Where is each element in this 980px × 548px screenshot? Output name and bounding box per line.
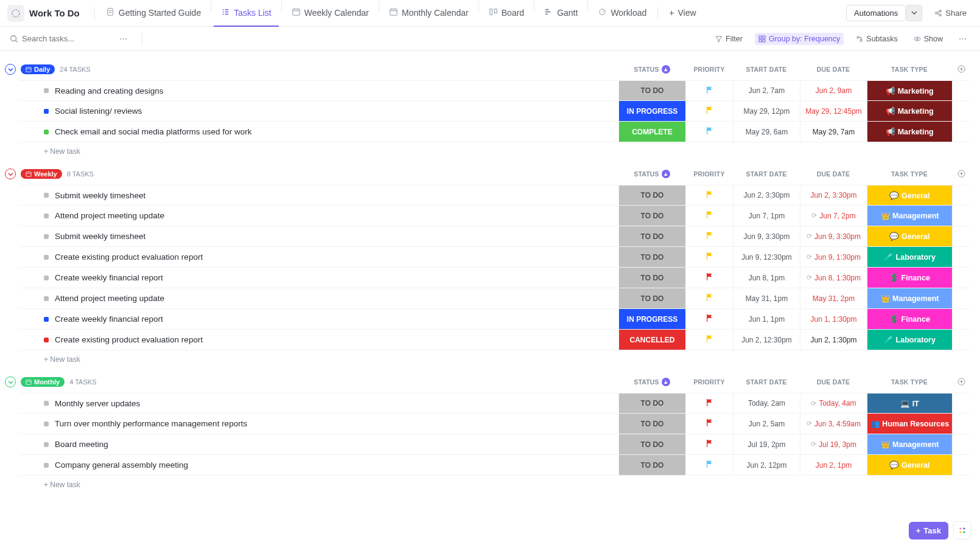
col-status[interactable]: STATUS ▲ (618, 65, 685, 74)
task-name-cell[interactable]: Social listening/ reviews (19, 101, 618, 121)
search-more-icon[interactable]: ⋯ (116, 34, 131, 43)
task-name-cell[interactable]: Attend project meeting update (19, 206, 618, 226)
group-by-button[interactable]: Group by: Frequency (755, 33, 844, 45)
priority-cell[interactable] (685, 455, 733, 475)
status-cell[interactable]: TO DO (618, 226, 685, 246)
col-type[interactable]: TASK TYPE (867, 378, 952, 386)
task-type-cell[interactable]: 👥 Human Resources (867, 414, 952, 434)
tab-workload[interactable]: Workload (590, 0, 654, 27)
task-type-cell[interactable]: 👑 Management (867, 206, 952, 226)
task-row[interactable]: Create weekly financial report TO DO Jun… (19, 268, 970, 288)
task-type-cell[interactable]: 💲 Finance (867, 309, 952, 329)
collapse-toggle[interactable] (5, 64, 16, 75)
task-row[interactable]: Create existing product evaluation repor… (19, 247, 970, 268)
task-name-cell[interactable]: Company general assembly meeting (19, 455, 618, 475)
task-row[interactable]: Company general assembly meeting TO DO J… (19, 455, 970, 476)
status-cell[interactable]: TO DO (618, 206, 685, 226)
start-date-cell[interactable]: May 29, 12pm (733, 101, 800, 121)
task-name-cell[interactable]: Create weekly financial report (19, 268, 618, 288)
show-button[interactable]: Show (910, 33, 947, 45)
due-date-cell[interactable]: ⟳ Jun 9, 3:30pm (800, 226, 867, 246)
toolbar-more-icon[interactable]: ⋯ (955, 34, 970, 43)
due-date-cell[interactable]: Jun 2, 3:30pm (800, 186, 867, 205)
start-date-cell[interactable]: Jun 7, 1pm (733, 206, 800, 226)
task-row[interactable]: Check email and social media platforms u… (19, 122, 970, 142)
task-name-cell[interactable]: Turn over monthly performance management… (19, 414, 618, 434)
col-status[interactable]: STATUS ▲ (618, 170, 685, 178)
task-name-cell[interactable]: Create weekly financial report (19, 309, 618, 329)
new-task-button[interactable]: + New task (19, 476, 970, 489)
status-cell[interactable]: IN PROGRESS (618, 309, 685, 329)
task-row[interactable]: Attend project meeting update TO DO Jun … (19, 206, 970, 226)
start-date-cell[interactable]: May 31, 1pm (733, 288, 800, 308)
priority-cell[interactable] (685, 186, 733, 205)
col-start[interactable]: START DATE (733, 66, 800, 73)
task-type-cell[interactable]: 👑 Management (867, 288, 952, 308)
col-due[interactable]: DUE DATE (800, 170, 867, 178)
due-date-cell[interactable]: ⟳ Jul 19, 3pm (800, 434, 867, 454)
new-task-button[interactable]: + New task (19, 142, 970, 156)
due-date-cell[interactable]: ⟳ Jun 7, 2pm (800, 206, 867, 226)
start-date-cell[interactable]: Jun 2, 12pm (733, 455, 800, 475)
priority-cell[interactable] (685, 81, 733, 100)
priority-cell[interactable] (685, 226, 733, 246)
task-name-cell[interactable]: Attend project meeting update (19, 288, 618, 308)
start-date-cell[interactable]: Jun 1, 1pm (733, 309, 800, 329)
status-cell[interactable]: TO DO (618, 81, 685, 100)
col-type[interactable]: TASK TYPE (867, 170, 952, 178)
task-name-cell[interactable]: Reading and creating designs (19, 81, 618, 100)
start-date-cell[interactable]: Jun 9, 12:30pm (733, 247, 800, 267)
task-name-cell[interactable]: Board meeting (19, 434, 618, 454)
group-pill[interactable]: Weekly (21, 169, 62, 179)
task-name-cell[interactable]: Submit weekly timesheet (19, 226, 618, 246)
priority-cell[interactable] (685, 394, 733, 413)
new-task-button[interactable]: + New task (19, 350, 970, 364)
group-pill[interactable]: Monthly (21, 377, 65, 387)
task-row[interactable]: Reading and creating designs TO DO Jun 2… (19, 80, 970, 101)
task-row[interactable]: Turn over monthly performance management… (19, 414, 970, 434)
status-cell[interactable]: TO DO (618, 434, 685, 454)
task-type-cell[interactable]: 📢 Marketing (867, 122, 952, 142)
task-type-cell[interactable]: 📢 Marketing (867, 81, 952, 100)
task-type-cell[interactable]: 🧪 Laboratory (867, 330, 952, 350)
status-cell[interactable]: CANCELLED (618, 330, 685, 350)
priority-cell[interactable] (685, 268, 733, 288)
task-name-cell[interactable]: Create existing product evaluation repor… (19, 330, 618, 350)
task-name-cell[interactable]: Create existing product evaluation repor… (19, 247, 618, 267)
task-type-cell[interactable]: 💬 General (867, 226, 952, 246)
col-status[interactable]: STATUS ▲ (618, 378, 685, 386)
status-cell[interactable]: TO DO (618, 414, 685, 434)
priority-cell[interactable] (685, 101, 733, 121)
tab-weekly-calendar[interactable]: Weekly Calendar (284, 0, 376, 27)
filter-button[interactable]: Filter (712, 33, 746, 45)
start-date-cell[interactable]: Jun 8, 1pm (733, 268, 800, 288)
task-type-cell[interactable]: 🧪 Laboratory (867, 247, 952, 267)
task-row[interactable]: Create weekly financial report IN PROGRE… (19, 309, 970, 330)
priority-cell[interactable] (685, 206, 733, 226)
start-date-cell[interactable]: Jun 2, 3:30pm (733, 186, 800, 205)
col-start[interactable]: START DATE (733, 170, 800, 178)
status-cell[interactable]: IN PROGRESS (618, 101, 685, 121)
due-date-cell[interactable]: ⟳ Jun 9, 1:30pm (800, 247, 867, 267)
tab-getting-started-guide[interactable]: Getting Started Guide (99, 0, 208, 27)
due-date-cell[interactable]: May 29, 12:45pm (800, 101, 867, 121)
status-cell[interactable]: COMPLETE (618, 122, 685, 142)
priority-cell[interactable] (685, 414, 733, 434)
share-button[interactable]: Share (928, 5, 973, 21)
collapse-toggle[interactable] (5, 168, 16, 179)
status-cell[interactable]: TO DO (618, 455, 685, 475)
task-type-cell[interactable]: 💻 IT (867, 394, 952, 413)
task-type-cell[interactable]: 📢 Marketing (867, 101, 952, 121)
add-column-button[interactable] (952, 378, 970, 387)
tab-board[interactable]: Board (481, 0, 531, 27)
due-date-cell[interactable]: Jun 2, 9am (800, 81, 867, 100)
priority-cell[interactable] (685, 288, 733, 308)
task-type-cell[interactable]: 💲 Finance (867, 268, 952, 288)
status-cell[interactable]: TO DO (618, 186, 685, 205)
tab-tasks-list[interactable]: Tasks List (214, 0, 278, 27)
task-row[interactable]: Submit weekly timesheet TO DO Jun 2, 3:3… (19, 185, 970, 206)
priority-cell[interactable] (685, 309, 733, 329)
priority-cell[interactable] (685, 330, 733, 350)
task-row[interactable]: Board meeting TO DO Jul 19, 2pm ⟳ Jul 19… (19, 434, 970, 455)
col-priority[interactable]: PRIORITY (685, 66, 733, 73)
